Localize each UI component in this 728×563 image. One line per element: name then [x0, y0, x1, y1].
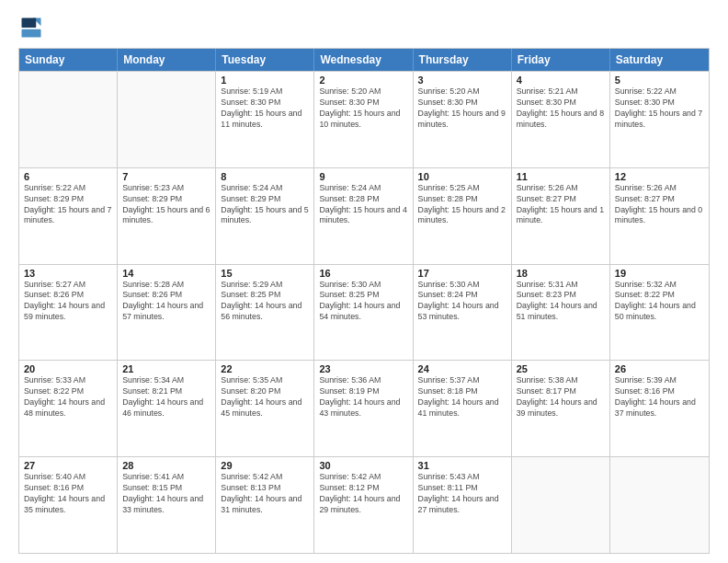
calendar-cell: 11Sunrise: 5:26 AM Sunset: 8:27 PM Dayli…	[512, 168, 610, 264]
day-number: 22	[221, 363, 309, 374]
day-info: Sunrise: 5:25 AM Sunset: 8:28 PM Dayligh…	[418, 183, 506, 227]
calendar-cell: 1Sunrise: 5:19 AM Sunset: 8:30 PM Daylig…	[216, 72, 314, 167]
calendar-cell: 2Sunrise: 5:20 AM Sunset: 8:30 PM Daylig…	[314, 72, 413, 167]
day-number: 13	[24, 268, 112, 279]
day-info: Sunrise: 5:19 AM Sunset: 8:30 PM Dayligh…	[221, 86, 309, 131]
calendar-week-row: 1Sunrise: 5:19 AM Sunset: 8:30 PM Daylig…	[19, 71, 709, 167]
calendar-cell: 9Sunrise: 5:24 AM Sunset: 8:28 PM Daylig…	[314, 168, 413, 264]
calendar-cell: 23Sunrise: 5:36 AM Sunset: 8:19 PM Dayli…	[314, 361, 413, 456]
calendar-week-row: 27Sunrise: 5:40 AM Sunset: 8:16 PM Dayli…	[19, 456, 709, 553]
calendar-cell: 8Sunrise: 5:24 AM Sunset: 8:29 PM Daylig…	[216, 168, 314, 264]
calendar-cell: 18Sunrise: 5:31 AM Sunset: 8:23 PM Dayli…	[512, 265, 610, 361]
calendar-cell	[118, 72, 216, 167]
calendar-cell: 28Sunrise: 5:41 AM Sunset: 8:15 PM Dayli…	[118, 457, 216, 553]
page: SundayMondayTuesdayWednesdayThursdayFrid…	[0, 0, 728, 563]
day-info: Sunrise: 5:39 AM Sunset: 8:16 PM Dayligh…	[615, 375, 704, 419]
calendar-cell: 29Sunrise: 5:42 AM Sunset: 8:13 PM Dayli…	[216, 457, 314, 553]
day-number: 4	[517, 75, 605, 86]
day-number: 25	[517, 363, 605, 374]
calendar-cell: 10Sunrise: 5:25 AM Sunset: 8:28 PM Dayli…	[414, 168, 512, 264]
calendar-cell: 19Sunrise: 5:32 AM Sunset: 8:22 PM Dayli…	[610, 265, 709, 361]
day-number: 24	[418, 363, 506, 374]
day-number: 7	[122, 171, 210, 182]
header-day: Wednesday	[314, 49, 413, 71]
svg-rect-2	[22, 18, 37, 29]
day-number: 5	[615, 75, 704, 86]
calendar-cell: 5Sunrise: 5:22 AM Sunset: 8:30 PM Daylig…	[610, 72, 709, 167]
day-number: 21	[122, 363, 210, 374]
calendar-cell: 3Sunrise: 5:20 AM Sunset: 8:30 PM Daylig…	[414, 72, 512, 167]
day-info: Sunrise: 5:22 AM Sunset: 8:29 PM Dayligh…	[24, 183, 112, 227]
day-number: 15	[221, 268, 309, 279]
day-info: Sunrise: 5:20 AM Sunset: 8:30 PM Dayligh…	[319, 86, 407, 131]
day-number: 2	[319, 75, 407, 86]
day-number: 1	[221, 75, 309, 86]
calendar-cell: 4Sunrise: 5:21 AM Sunset: 8:30 PM Daylig…	[512, 72, 610, 167]
day-info: Sunrise: 5:23 AM Sunset: 8:29 PM Dayligh…	[122, 183, 210, 227]
calendar: SundayMondayTuesdayWednesdayThursdayFrid…	[18, 48, 710, 554]
day-info: Sunrise: 5:38 AM Sunset: 8:17 PM Dayligh…	[517, 375, 605, 419]
day-info: Sunrise: 5:31 AM Sunset: 8:23 PM Dayligh…	[517, 280, 605, 324]
day-info: Sunrise: 5:26 AM Sunset: 8:27 PM Dayligh…	[615, 183, 704, 227]
calendar-cell	[610, 457, 709, 553]
day-number: 8	[221, 171, 309, 182]
header	[18, 15, 710, 40]
day-info: Sunrise: 5:42 AM Sunset: 8:13 PM Dayligh…	[221, 472, 309, 516]
calendar-header: SundayMondayTuesdayWednesdayThursdayFrid…	[19, 49, 709, 71]
day-number: 10	[418, 171, 506, 182]
calendar-cell: 12Sunrise: 5:26 AM Sunset: 8:27 PM Dayli…	[610, 168, 709, 264]
day-number: 12	[615, 171, 704, 182]
day-info: Sunrise: 5:28 AM Sunset: 8:26 PM Dayligh…	[122, 280, 210, 324]
calendar-cell: 20Sunrise: 5:33 AM Sunset: 8:22 PM Dayli…	[19, 361, 118, 456]
header-day: Thursday	[414, 49, 512, 71]
day-info: Sunrise: 5:35 AM Sunset: 8:20 PM Dayligh…	[221, 375, 309, 419]
day-number: 27	[24, 460, 112, 471]
day-info: Sunrise: 5:29 AM Sunset: 8:25 PM Dayligh…	[221, 280, 309, 324]
calendar-cell: 14Sunrise: 5:28 AM Sunset: 8:26 PM Dayli…	[118, 265, 216, 361]
day-number: 20	[24, 363, 112, 374]
day-number: 6	[24, 171, 112, 182]
day-info: Sunrise: 5:27 AM Sunset: 8:26 PM Dayligh…	[24, 280, 112, 324]
calendar-cell: 7Sunrise: 5:23 AM Sunset: 8:29 PM Daylig…	[118, 168, 216, 264]
calendar-cell: 6Sunrise: 5:22 AM Sunset: 8:29 PM Daylig…	[19, 168, 118, 264]
calendar-cell: 13Sunrise: 5:27 AM Sunset: 8:26 PM Dayli…	[19, 265, 118, 361]
day-number: 18	[517, 268, 605, 279]
calendar-week-row: 13Sunrise: 5:27 AM Sunset: 8:26 PM Dayli…	[19, 264, 709, 361]
day-number: 19	[615, 268, 704, 279]
day-info: Sunrise: 5:24 AM Sunset: 8:28 PM Dayligh…	[319, 183, 407, 227]
day-number: 28	[122, 460, 210, 471]
logo-icon	[18, 15, 44, 40]
header-day: Sunday	[19, 49, 118, 71]
day-number: 30	[319, 460, 407, 471]
header-day: Friday	[512, 49, 610, 71]
day-info: Sunrise: 5:41 AM Sunset: 8:15 PM Dayligh…	[122, 472, 210, 516]
day-info: Sunrise: 5:37 AM Sunset: 8:18 PM Dayligh…	[418, 375, 506, 419]
calendar-cell: 25Sunrise: 5:38 AM Sunset: 8:17 PM Dayli…	[512, 361, 610, 456]
calendar-cell: 26Sunrise: 5:39 AM Sunset: 8:16 PM Dayli…	[610, 361, 709, 456]
day-info: Sunrise: 5:34 AM Sunset: 8:21 PM Dayligh…	[122, 375, 210, 419]
calendar-body: 1Sunrise: 5:19 AM Sunset: 8:30 PM Daylig…	[19, 71, 709, 553]
day-info: Sunrise: 5:36 AM Sunset: 8:19 PM Dayligh…	[319, 375, 407, 419]
day-info: Sunrise: 5:42 AM Sunset: 8:12 PM Dayligh…	[319, 472, 407, 516]
calendar-cell: 24Sunrise: 5:37 AM Sunset: 8:18 PM Dayli…	[414, 361, 512, 456]
day-number: 17	[418, 268, 506, 279]
day-info: Sunrise: 5:40 AM Sunset: 8:16 PM Dayligh…	[24, 472, 112, 516]
day-info: Sunrise: 5:30 AM Sunset: 8:24 PM Dayligh…	[418, 280, 506, 324]
day-info: Sunrise: 5:43 AM Sunset: 8:11 PM Dayligh…	[418, 472, 506, 516]
calendar-cell: 15Sunrise: 5:29 AM Sunset: 8:25 PM Dayli…	[216, 265, 314, 361]
header-day: Monday	[118, 49, 216, 71]
calendar-cell: 30Sunrise: 5:42 AM Sunset: 8:12 PM Dayli…	[314, 457, 413, 553]
calendar-week-row: 20Sunrise: 5:33 AM Sunset: 8:22 PM Dayli…	[19, 360, 709, 456]
day-number: 11	[517, 171, 605, 182]
day-info: Sunrise: 5:32 AM Sunset: 8:22 PM Dayligh…	[615, 280, 704, 324]
day-number: 29	[221, 460, 309, 471]
day-info: Sunrise: 5:22 AM Sunset: 8:30 PM Dayligh…	[615, 86, 704, 131]
calendar-cell	[19, 72, 118, 167]
day-number: 31	[418, 460, 506, 471]
calendar-cell: 17Sunrise: 5:30 AM Sunset: 8:24 PM Dayli…	[414, 265, 512, 361]
day-info: Sunrise: 5:21 AM Sunset: 8:30 PM Dayligh…	[517, 86, 605, 131]
calendar-cell: 27Sunrise: 5:40 AM Sunset: 8:16 PM Dayli…	[19, 457, 118, 553]
day-number: 9	[319, 171, 407, 182]
day-info: Sunrise: 5:26 AM Sunset: 8:27 PM Dayligh…	[517, 183, 605, 227]
calendar-cell: 16Sunrise: 5:30 AM Sunset: 8:25 PM Dayli…	[314, 265, 413, 361]
